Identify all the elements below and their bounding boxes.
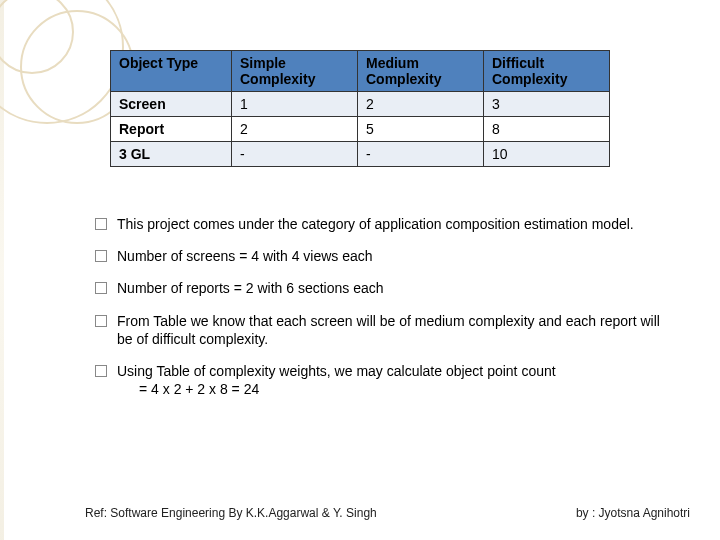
bullet-text: This project comes under the category of… [117,215,665,233]
square-bullet-icon [95,218,107,230]
cell-object-type: 3 GL [111,142,232,167]
cell-difficult: 3 [483,92,609,117]
cell-difficult: 10 [483,142,609,167]
slide-content: Object Type Simple Complexity Medium Com… [110,50,640,167]
list-item: Number of reports = 2 with 6 sections ea… [95,279,665,297]
cell-medium: - [357,142,483,167]
table-header-row: Object Type Simple Complexity Medium Com… [111,51,610,92]
cell-object-type: Report [111,117,232,142]
list-item: From Table we know that each screen will… [95,312,665,348]
footer-author: by : Jyotsna Agnihotri [576,506,690,520]
th-object-type: Object Type [111,51,232,92]
bullet-text: Number of reports = 2 with 6 sections ea… [117,279,665,297]
table-row: Screen 1 2 3 [111,92,610,117]
square-bullet-icon [95,282,107,294]
square-bullet-icon [95,365,107,377]
th-medium: Medium Complexity [357,51,483,92]
bullet-text: Using Table of complexity weights, we ma… [117,362,665,398]
footer-reference: Ref: Software Engineering By K.K.Aggarwa… [85,506,377,520]
list-item: Number of screens = 4 with 4 views each [95,247,665,265]
cell-simple: - [231,142,357,167]
square-bullet-icon [95,250,107,262]
complexity-table: Object Type Simple Complexity Medium Com… [110,50,610,167]
cell-object-type: Screen [111,92,232,117]
calculation-line: = 4 x 2 + 2 x 8 = 24 [139,380,665,398]
cell-difficult: 8 [483,117,609,142]
cell-simple: 1 [231,92,357,117]
th-simple: Simple Complexity [231,51,357,92]
bullet-text: Number of screens = 4 with 4 views each [117,247,665,265]
th-difficult: Difficult Complexity [483,51,609,92]
table-row: 3 GL - - 10 [111,142,610,167]
cell-simple: 2 [231,117,357,142]
footer: Ref: Software Engineering By K.K.Aggarwa… [85,506,690,520]
table-row: Report 2 5 8 [111,117,610,142]
bullet-list: This project comes under the category of… [95,215,665,412]
cell-medium: 5 [357,117,483,142]
list-item: Using Table of complexity weights, we ma… [95,362,665,398]
cell-medium: 2 [357,92,483,117]
square-bullet-icon [95,315,107,327]
list-item: This project comes under the category of… [95,215,665,233]
bullet-text: From Table we know that each screen will… [117,312,665,348]
